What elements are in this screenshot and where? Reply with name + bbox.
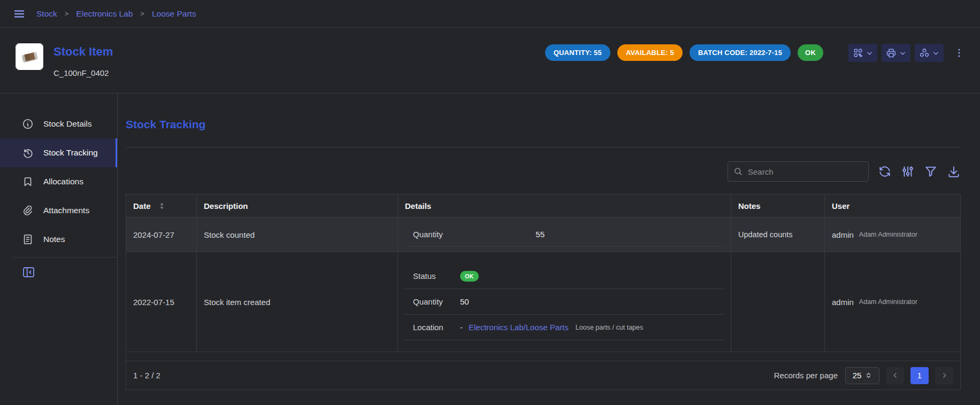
detail-row-status: Status OK	[404, 263, 724, 289]
available-badge: AVAILABLE: 5	[617, 44, 683, 61]
sidebar-item-stock-tracking[interactable]: Stock Tracking	[0, 138, 117, 167]
title-block: Stock Item C_100nF_0402	[53, 43, 113, 77]
search-input[interactable]	[748, 167, 863, 176]
details-sub-table: Quantity 55	[404, 222, 724, 247]
top-navigation-bar: Stock > Electronics Lab > Loose Parts	[0, 0, 980, 28]
batch-code-badge: BATCH CODE: 2022-7-15	[690, 44, 791, 61]
breadcrumb-link-loose-parts[interactable]: Loose Parts	[152, 9, 196, 19]
column-label: Notes	[738, 201, 761, 211]
table-header-row: Date Description Details Notes User	[126, 194, 960, 217]
record-range: 1 - 2 / 2	[133, 371, 160, 380]
heading-divider	[126, 147, 961, 147]
records-per-page-label: Records per page	[774, 371, 838, 380]
username: admin	[832, 230, 854, 239]
sidebar-item-label: Stock Tracking	[43, 148, 98, 158]
sidebar-item-allocations[interactable]: Allocations	[0, 167, 117, 196]
column-header-description: Description	[197, 194, 398, 217]
table-row[interactable]: 2024-07-27 Stock counted Quantity 55 Upd…	[126, 217, 960, 252]
paperclip-icon	[21, 205, 34, 216]
hamburger-menu-icon[interactable]	[13, 7, 26, 20]
info-circle-icon	[21, 118, 34, 130]
column-label: Details	[405, 201, 431, 211]
detail-label: Status	[404, 271, 460, 281]
page-number: 1	[917, 371, 922, 380]
panel-heading: Stock Tracking	[126, 117, 961, 131]
page-1-button[interactable]: 1	[910, 367, 929, 384]
breadcrumb-link-stock[interactable]: Stock	[36, 9, 57, 19]
column-header-user: User	[825, 194, 960, 217]
details-sub-table: Status OK Quantity 50 Location - Electro…	[404, 263, 724, 340]
stock-operations-button[interactable]	[915, 44, 944, 62]
sidebar-collapse-button[interactable]	[21, 265, 36, 279]
notes-cell: Updated counts	[731, 217, 825, 252]
qr-code-icon	[853, 48, 863, 58]
detail-label: Quantity	[404, 297, 460, 306]
quantity-badge: QUANTITY: 55	[545, 44, 610, 61]
sidebar: Stock Details Stock Tracking Allocations…	[0, 94, 118, 405]
select-chevrons-icon	[865, 372, 872, 379]
notes-value: Updated counts	[738, 230, 793, 239]
print-actions-button[interactable]	[882, 44, 910, 62]
column-header-date[interactable]: Date	[126, 194, 197, 217]
details-cell: Quantity 55	[398, 217, 731, 252]
previous-page-button[interactable]	[886, 367, 904, 384]
description-cell: Stock counted	[197, 217, 398, 252]
user-cell: admin Adam Administrator	[825, 252, 960, 352]
sidebar-item-label: Allocations	[43, 177, 83, 186]
main-panel: Stock Tracking	[118, 94, 980, 405]
detail-row-quantity: Quantity 50	[404, 289, 724, 315]
column-header-details: Details	[398, 194, 731, 217]
stock-cubes-icon	[919, 48, 930, 58]
filter-icon[interactable]	[924, 165, 938, 178]
stock-tracking-table: Date Description Details Notes User 2024…	[126, 194, 961, 390]
detail-label: Location	[404, 323, 460, 332]
more-options-menu[interactable]	[953, 47, 965, 59]
date-cell: 2022-07-15	[126, 252, 197, 352]
user-fullname: Adam Administrator	[859, 231, 917, 238]
page-size-value: 25	[853, 371, 862, 380]
details-cell: Status OK Quantity 50 Location - Electro…	[398, 252, 731, 352]
detail-value: 55	[460, 230, 545, 239]
header-action-buttons	[848, 44, 944, 62]
notes-icon	[21, 233, 34, 245]
column-label: Date	[133, 201, 151, 211]
capacitor-image	[21, 51, 37, 61]
description-value: Stock counted	[204, 230, 255, 239]
table-footer: 1 - 2 / 2 Records per page 25 1	[126, 361, 960, 390]
detail-label: Quantity	[404, 230, 460, 239]
notes-cell	[731, 252, 825, 352]
status-badges: QUANTITY: 55 AVAILABLE: 5 BATCH CODE: 20…	[545, 44, 823, 61]
location-description: Loose parts / cut tapes	[576, 324, 643, 331]
user-cell: admin Adam Administrator	[825, 217, 960, 252]
printer-icon	[886, 48, 897, 58]
dash-separator: -	[460, 323, 463, 332]
date-value: 2022-07-15	[133, 298, 174, 307]
history-icon	[21, 147, 34, 159]
sidebar-item-attachments[interactable]: Attachments	[0, 196, 117, 225]
bookmark-icon	[21, 176, 34, 188]
barcode-actions-button[interactable]	[848, 44, 877, 62]
sort-icon[interactable]	[158, 202, 166, 210]
detail-row-quantity: Quantity 55	[404, 222, 724, 247]
part-thumbnail[interactable]	[15, 43, 44, 71]
breadcrumb-separator: >	[140, 10, 144, 18]
breadcrumb-link-electronics-lab[interactable]: Electronics Lab	[76, 9, 133, 19]
username: admin	[832, 298, 854, 307]
location-link[interactable]: Electronics Lab/Loose Parts	[469, 323, 569, 332]
adjustments-icon[interactable]	[901, 165, 915, 178]
table-bottom-spacer	[126, 352, 960, 361]
page-size-select[interactable]: 25	[845, 367, 879, 384]
sidebar-item-label: Notes	[43, 235, 65, 244]
page-title: Stock Item	[53, 45, 113, 59]
next-page-button[interactable]	[935, 367, 953, 384]
status-ok-badge-small: OK	[460, 271, 479, 282]
sidebar-item-stock-details[interactable]: Stock Details	[0, 110, 117, 138]
sidebar-item-notes[interactable]: Notes	[0, 225, 117, 254]
search-box[interactable]	[728, 161, 869, 182]
column-label: User	[832, 201, 849, 211]
refresh-icon[interactable]	[878, 165, 892, 178]
content-area: Stock Details Stock Tracking Allocations…	[0, 94, 980, 405]
download-icon[interactable]	[947, 165, 961, 178]
table-row[interactable]: 2022-07-15 Stock item created Status OK …	[126, 252, 960, 352]
chevron-down-icon	[866, 50, 873, 57]
